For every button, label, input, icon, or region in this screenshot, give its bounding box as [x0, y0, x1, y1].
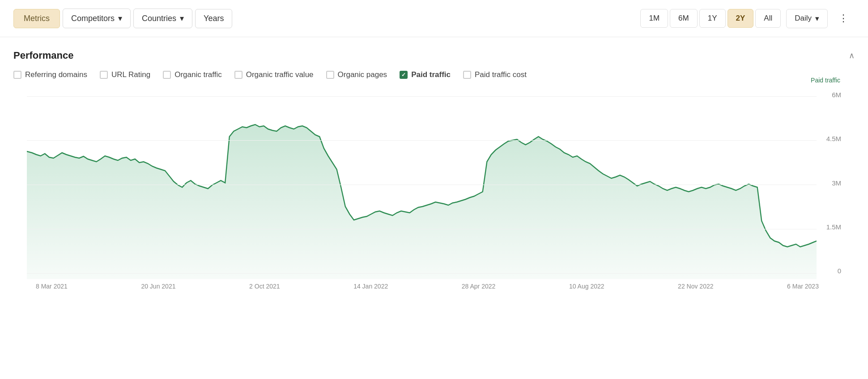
metrics-row: Referring domains URL Rating Organic tra… [13, 70, 855, 79]
grid-line-4 [27, 229, 817, 229]
checkbox-paid-traffic-cost[interactable] [463, 71, 471, 79]
metric-organic-traffic-value[interactable]: Organic traffic value [234, 70, 314, 79]
checkbox-referring-domains[interactable] [13, 71, 21, 79]
performance-title: Performance [13, 50, 74, 61]
chevron-down-icon: ▾ [180, 13, 184, 23]
time-1m-button[interactable]: 1M [640, 9, 668, 28]
time-2y-button[interactable]: 2Y [728, 9, 754, 28]
grid-line-2 [27, 140, 817, 141]
checkbox-url-rating[interactable] [100, 71, 108, 79]
metric-url-rating[interactable]: URL Rating [100, 70, 150, 79]
checkbox-organic-pages[interactable] [326, 71, 334, 79]
countries-tab[interactable]: Countries ▾ [133, 9, 192, 28]
time-6m-button[interactable]: 6M [670, 9, 698, 28]
collapse-button[interactable]: ∧ [849, 51, 855, 60]
metric-referring-domains[interactable]: Referring domains [13, 70, 87, 79]
right-controls: 1M 6M 1Y 2Y All Daily ▾ ⋮ [640, 8, 855, 29]
metrics-tab[interactable]: Metrics [13, 9, 60, 28]
checkbox-paid-traffic[interactable] [400, 71, 408, 79]
x-axis-labels: 8 Mar 2021 20 Jun 2021 2 Oct 2021 14 Jan… [27, 279, 841, 290]
chevron-down-icon: ▾ [118, 13, 122, 23]
performance-header: Performance ∧ [13, 50, 855, 61]
left-tabs: Metrics Competitors ▾ Countries ▾ Years [13, 9, 232, 28]
y-axis-labels: 6M 4.5M 3M 1.5M 0 [817, 86, 841, 279]
x-label-2: 20 Jun 2021 [141, 283, 175, 290]
time-1y-button[interactable]: 1Y [699, 9, 726, 28]
metric-organic-pages[interactable]: Organic pages [326, 70, 387, 79]
grid-line-bottom [27, 273, 817, 274]
x-label-6: 10 Aug 2022 [569, 283, 604, 290]
x-label-5: 28 Apr 2022 [462, 283, 496, 290]
chart-svg [27, 86, 817, 279]
x-label-4: 14 Jan 2022 [353, 283, 388, 290]
competitors-tab[interactable]: Competitors ▾ [63, 9, 131, 28]
daily-dropdown[interactable]: Daily ▾ [786, 9, 828, 28]
grid-line-3 [27, 185, 817, 185]
grid-line-top [27, 96, 817, 97]
x-label-1: 8 Mar 2021 [36, 283, 68, 290]
metric-paid-traffic-cost[interactable]: Paid traffic cost [463, 70, 527, 79]
chart-container: 6M 4.5M 3M 1.5M 0 [27, 86, 841, 279]
checkbox-organic-traffic-value[interactable] [234, 71, 243, 79]
metric-paid-traffic[interactable]: Paid traffic [400, 70, 451, 79]
checkbox-organic-traffic[interactable] [163, 71, 171, 79]
chart-series-label: Paid traffic [811, 77, 840, 84]
x-label-8: 6 Mar 2023 [787, 283, 819, 290]
more-options-button[interactable]: ⋮ [832, 8, 855, 29]
chart-area: Paid traffic 6M 4.5M 3M 1.5M 0 [13, 86, 855, 290]
top-bar: Metrics Competitors ▾ Countries ▾ Years … [0, 0, 868, 37]
metric-organic-traffic[interactable]: Organic traffic [163, 70, 222, 79]
chevron-down-icon: ▾ [815, 14, 819, 23]
x-label-3: 2 Oct 2021 [249, 283, 280, 290]
time-all-button[interactable]: All [755, 9, 781, 28]
years-tab[interactable]: Years [195, 9, 232, 28]
x-label-7: 22 Nov 2022 [678, 283, 713, 290]
performance-section: Performance ∧ Referring domains URL Rati… [0, 37, 868, 290]
